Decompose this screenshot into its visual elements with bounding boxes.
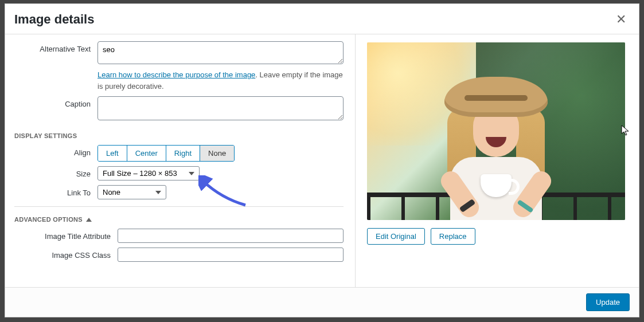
preview-column: Edit Original Replace — [355, 34, 639, 287]
image-css-row: Image CSS Class — [14, 248, 344, 262]
align-center-button[interactable]: Center — [127, 146, 166, 161]
image-title-input[interactable] — [118, 229, 344, 243]
align-row: Align Left Center Right None — [14, 145, 344, 162]
image-css-label: Image CSS Class — [14, 248, 118, 260]
size-row: Size Full Size – 1280 × 853 — [14, 166, 344, 180]
linkto-select[interactable]: None — [97, 185, 166, 199]
replace-button[interactable]: Replace — [431, 228, 475, 245]
alt-text-row: Alternative Text seo Learn how to descri… — [14, 41, 344, 92]
edit-original-button[interactable]: Edit Original — [367, 228, 425, 245]
image-title-label: Image Title Attribute — [14, 229, 118, 241]
align-right-button[interactable]: Right — [166, 146, 200, 161]
advanced-options-heading[interactable]: ADVANCED OPTIONS — [14, 206, 344, 229]
caption-input[interactable] — [97, 96, 344, 120]
display-settings-heading: DISPLAY SETTINGS — [14, 127, 344, 145]
align-none-button[interactable]: None — [200, 146, 234, 161]
image-title-row: Image Title Attribute — [14, 229, 344, 243]
align-label: Align — [14, 145, 97, 157]
align-button-group: Left Center Right None — [97, 145, 235, 162]
image-css-input[interactable] — [118, 248, 344, 262]
settings-column: Alternative Text seo Learn how to descri… — [5, 34, 355, 287]
advanced-options-label: ADVANCED OPTIONS — [14, 216, 83, 223]
close-icon: ✕ — [616, 12, 626, 26]
update-button[interactable]: Update — [586, 293, 630, 311]
align-left-button[interactable]: Left — [98, 146, 127, 161]
size-label: Size — [14, 166, 97, 178]
caption-row: Caption — [14, 96, 344, 122]
linkto-row: Link To None — [14, 185, 344, 199]
linkto-label: Link To — [14, 185, 97, 197]
collapse-icon — [86, 218, 92, 222]
modal-footer: Update — [5, 288, 639, 317]
size-select[interactable]: Full Size – 1280 × 853 — [97, 166, 200, 180]
close-button[interactable]: ✕ — [612, 11, 630, 28]
modal-header: Image details ✕ — [5, 4, 639, 34]
image-preview — [367, 42, 625, 220]
image-details-modal: Image details ✕ Alternative Text seo Lea… — [5, 3, 639, 317]
alt-help-link[interactable]: Learn how to describe the purpose of the… — [97, 70, 255, 79]
alt-text-label: Alternative Text — [14, 41, 97, 53]
modal-body: Alternative Text seo Learn how to descri… — [5, 34, 639, 288]
modal-title: Image details — [14, 12, 94, 27]
preview-actions: Edit Original Replace — [367, 228, 632, 245]
caption-label: Caption — [14, 96, 97, 108]
alt-text-help: Learn how to describe the purpose of the… — [97, 69, 344, 92]
alt-text-input[interactable]: seo — [97, 41, 344, 64]
